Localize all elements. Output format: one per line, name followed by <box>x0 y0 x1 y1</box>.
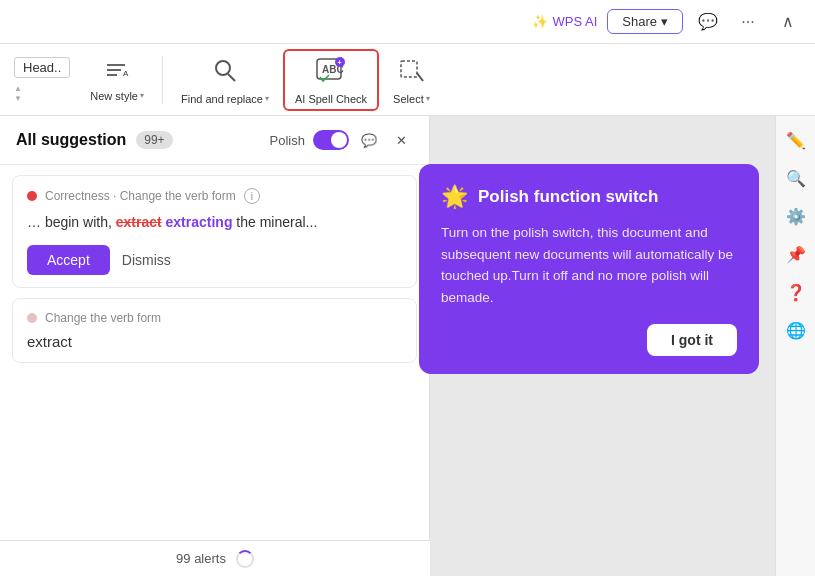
suggestions-header: All suggestion 99+ Polish 💬 ✕ <box>0 116 429 165</box>
svg-line-5 <box>228 74 235 81</box>
head-style-label: Head.. <box>14 57 70 78</box>
svg-text:+: + <box>338 59 342 66</box>
right-sidebar: ✏️ 🔍 ⚙️ 📌 ❓ 🌐 <box>775 116 815 576</box>
svg-rect-10 <box>401 61 417 77</box>
suggestion-card-2: Change the verb form extract <box>12 298 417 363</box>
comment-icon: 💬 <box>698 12 718 31</box>
suggestion-correct-word: extracting <box>166 214 233 230</box>
got-it-button[interactable]: I got it <box>647 324 737 356</box>
separator-1 <box>162 56 163 104</box>
wps-ai-label: WPS AI <box>553 14 598 29</box>
panel-comment-icon[interactable]: 💬 <box>357 128 381 152</box>
info-icon-1[interactable]: i <box>244 188 260 204</box>
sidebar-settings-icon[interactable]: ⚙️ <box>780 200 812 232</box>
comment-button[interactable]: 💬 <box>693 7 723 37</box>
share-label: Share <box>622 14 657 29</box>
suggestion-type-1: Correctness · Change the verb form <box>45 189 236 203</box>
find-replace-label: Find and replace <box>181 93 263 105</box>
wps-ai-icon: ✨ <box>532 14 548 29</box>
svg-text:A: A <box>123 69 129 78</box>
suggestion-meta-2: Change the verb form <box>27 311 402 325</box>
search-icon <box>211 55 239 89</box>
popup-header: 🌟 Polish function switch <box>441 184 737 210</box>
alerts-bar: 99 alerts <box>0 540 430 576</box>
suggestions-panel: All suggestion 99+ Polish 💬 ✕ Correctnes… <box>0 116 430 576</box>
suggestion-actions-1: Accept Dismiss <box>27 245 402 275</box>
more-icon: ··· <box>741 13 754 31</box>
suggestion-card-1: Correctness · Change the verb form i … b… <box>12 175 417 288</box>
head-style-button[interactable]: Head.. ▲ ▼ <box>8 53 76 107</box>
suggestion-meta-1: Correctness · Change the verb form i <box>27 188 402 204</box>
main-area: All suggestion 99+ Polish 💬 ✕ Correctnes… <box>0 116 815 576</box>
svg-point-4 <box>216 61 230 75</box>
toggle-knob <box>331 132 347 148</box>
find-replace-button[interactable]: Find and replace ▾ <box>171 51 279 109</box>
alerts-text: 99 alerts <box>176 551 226 566</box>
sidebar-pin-icon[interactable]: 📌 <box>780 238 812 270</box>
ai-spell-check-button[interactable]: ABC + AI Spell Check <box>283 49 379 111</box>
polish-popup: 🌟 Polish function switch Turn on the pol… <box>419 164 759 374</box>
new-style-label: New style <box>90 90 138 102</box>
new-style-dropdown-icon: ▾ <box>140 91 144 100</box>
verb-dot <box>27 313 37 323</box>
suggestions-title: All suggestion <box>16 131 126 149</box>
share-dropdown-icon: ▾ <box>661 14 668 29</box>
correctness-dot <box>27 191 37 201</box>
new-style-button[interactable]: A New style ▾ <box>80 54 154 106</box>
popup-title: Polish function switch <box>478 187 658 207</box>
polish-label: Polish <box>270 133 305 148</box>
suggestion-type-2: Change the verb form <box>45 311 161 325</box>
find-replace-dropdown-icon: ▾ <box>265 94 269 103</box>
accept-button-1[interactable]: Accept <box>27 245 110 275</box>
suggestion-after: the mineral... <box>236 214 317 230</box>
loading-spinner <box>236 550 254 568</box>
suggestion-word-2: extract <box>27 333 402 350</box>
svg-line-11 <box>417 73 423 81</box>
suggestion-wrong-word: extract <box>116 214 162 230</box>
popup-body: Turn on the polish switch, this document… <box>441 222 737 308</box>
more-button[interactable]: ··· <box>733 7 763 37</box>
doc-area: 🌟 Polish function switch Turn on the pol… <box>430 116 775 576</box>
spell-check-icon: ABC + <box>313 55 349 89</box>
share-button[interactable]: Share ▾ <box>607 9 683 34</box>
chevron-button[interactable]: ∧ <box>773 7 803 37</box>
suggestions-badge: 99+ <box>136 131 172 149</box>
suggestion-preview: … begin with, <box>27 214 112 230</box>
chevron-icon: ∧ <box>782 12 794 31</box>
popup-footer: I got it <box>441 324 737 356</box>
select-icon <box>397 55 425 89</box>
polish-toggle[interactable] <box>313 130 349 150</box>
select-button[interactable]: Select ▾ <box>383 51 440 109</box>
sidebar-globe-icon[interactable]: 🌐 <box>780 314 812 346</box>
select-dropdown-icon: ▾ <box>426 94 430 103</box>
sidebar-search-icon[interactable]: 🔍 <box>780 162 812 194</box>
wps-ai-button[interactable]: ✨ WPS AI <box>532 14 598 29</box>
dismiss-button-1[interactable]: Dismiss <box>122 252 171 268</box>
new-style-icon: A <box>103 58 131 86</box>
suggestion-text-1: … begin with, extract extracting the min… <box>27 212 402 233</box>
top-bar: ✨ WPS AI Share ▾ 💬 ··· ∧ <box>0 0 815 44</box>
toolbar: Head.. ▲ ▼ A New style ▾ <box>0 44 815 116</box>
spell-check-label: AI Spell Check <box>295 93 367 105</box>
select-label: Select <box>393 93 424 105</box>
sidebar-help-icon[interactable]: ❓ <box>780 276 812 308</box>
panel-close-icon[interactable]: ✕ <box>389 128 413 152</box>
sidebar-edit-icon[interactable]: ✏️ <box>780 124 812 156</box>
polish-toggle-area: Polish 💬 ✕ <box>270 128 413 152</box>
popup-icon: 🌟 <box>441 184 468 210</box>
